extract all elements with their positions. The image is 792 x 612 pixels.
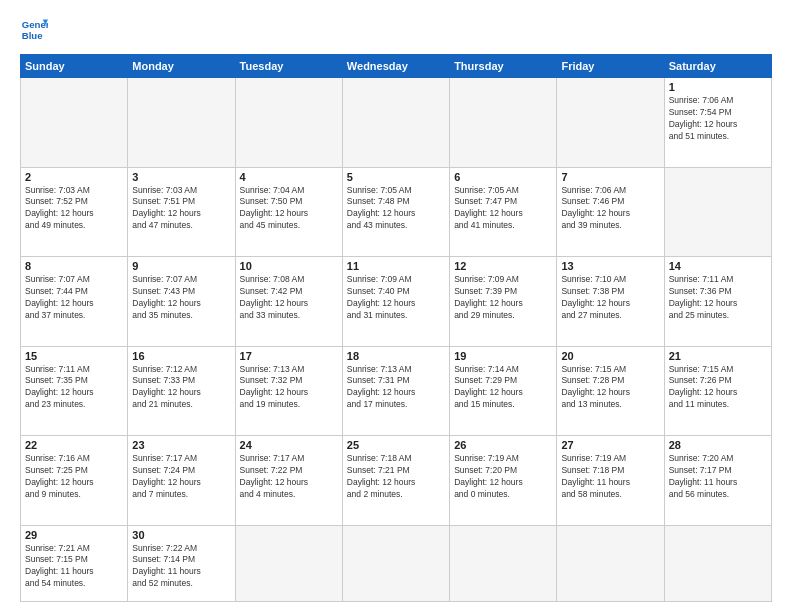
calendar-cell: 6Sunrise: 7:05 AM Sunset: 7:47 PM Daylig…	[450, 167, 557, 257]
day-detail: Sunrise: 7:06 AM Sunset: 7:54 PM Dayligh…	[669, 95, 767, 143]
day-number: 29	[25, 529, 123, 541]
day-detail: Sunrise: 7:13 AM Sunset: 7:31 PM Dayligh…	[347, 364, 445, 412]
day-detail: Sunrise: 7:11 AM Sunset: 7:35 PM Dayligh…	[25, 364, 123, 412]
day-number: 16	[132, 350, 230, 362]
calendar-cell: 22Sunrise: 7:16 AM Sunset: 7:25 PM Dayli…	[21, 436, 128, 526]
day-number: 11	[347, 260, 445, 272]
calendar-cell: 13Sunrise: 7:10 AM Sunset: 7:38 PM Dayli…	[557, 257, 664, 347]
calendar-header-row: SundayMondayTuesdayWednesdayThursdayFrid…	[21, 55, 772, 78]
day-detail: Sunrise: 7:03 AM Sunset: 7:52 PM Dayligh…	[25, 185, 123, 233]
calendar-cell	[557, 78, 664, 168]
calendar-cell	[450, 78, 557, 168]
header: General Blue	[20, 16, 772, 44]
calendar-cell: 25Sunrise: 7:18 AM Sunset: 7:21 PM Dayli…	[342, 436, 449, 526]
calendar-header-thursday: Thursday	[450, 55, 557, 78]
calendar-cell: 27Sunrise: 7:19 AM Sunset: 7:18 PM Dayli…	[557, 436, 664, 526]
day-number: 12	[454, 260, 552, 272]
day-number: 13	[561, 260, 659, 272]
svg-text:Blue: Blue	[22, 30, 43, 41]
day-number: 18	[347, 350, 445, 362]
calendar-cell: 21Sunrise: 7:15 AM Sunset: 7:26 PM Dayli…	[664, 346, 771, 436]
calendar-cell	[450, 525, 557, 601]
day-number: 7	[561, 171, 659, 183]
day-number: 21	[669, 350, 767, 362]
calendar-cell	[664, 525, 771, 601]
calendar-cell: 7Sunrise: 7:06 AM Sunset: 7:46 PM Daylig…	[557, 167, 664, 257]
day-detail: Sunrise: 7:10 AM Sunset: 7:38 PM Dayligh…	[561, 274, 659, 322]
day-detail: Sunrise: 7:05 AM Sunset: 7:48 PM Dayligh…	[347, 185, 445, 233]
day-number: 2	[25, 171, 123, 183]
day-detail: Sunrise: 7:06 AM Sunset: 7:46 PM Dayligh…	[561, 185, 659, 233]
calendar-cell	[128, 78, 235, 168]
day-number: 9	[132, 260, 230, 272]
day-detail: Sunrise: 7:08 AM Sunset: 7:42 PM Dayligh…	[240, 274, 338, 322]
calendar-week-row: 2Sunrise: 7:03 AM Sunset: 7:52 PM Daylig…	[21, 167, 772, 257]
day-detail: Sunrise: 7:15 AM Sunset: 7:28 PM Dayligh…	[561, 364, 659, 412]
day-number: 6	[454, 171, 552, 183]
calendar-cell: 14Sunrise: 7:11 AM Sunset: 7:36 PM Dayli…	[664, 257, 771, 347]
calendar-cell	[235, 78, 342, 168]
day-detail: Sunrise: 7:07 AM Sunset: 7:44 PM Dayligh…	[25, 274, 123, 322]
calendar-header-monday: Monday	[128, 55, 235, 78]
calendar-cell: 30Sunrise: 7:22 AM Sunset: 7:14 PM Dayli…	[128, 525, 235, 601]
calendar-header-tuesday: Tuesday	[235, 55, 342, 78]
calendar-cell: 19Sunrise: 7:14 AM Sunset: 7:29 PM Dayli…	[450, 346, 557, 436]
day-number: 14	[669, 260, 767, 272]
day-detail: Sunrise: 7:16 AM Sunset: 7:25 PM Dayligh…	[25, 453, 123, 501]
day-number: 26	[454, 439, 552, 451]
day-number: 30	[132, 529, 230, 541]
day-detail: Sunrise: 7:07 AM Sunset: 7:43 PM Dayligh…	[132, 274, 230, 322]
day-number: 24	[240, 439, 338, 451]
day-number: 4	[240, 171, 338, 183]
calendar-week-row: 29Sunrise: 7:21 AM Sunset: 7:15 PM Dayli…	[21, 525, 772, 601]
day-number: 20	[561, 350, 659, 362]
calendar-cell: 10Sunrise: 7:08 AM Sunset: 7:42 PM Dayli…	[235, 257, 342, 347]
calendar-cell	[342, 525, 449, 601]
day-number: 28	[669, 439, 767, 451]
calendar-week-row: 8Sunrise: 7:07 AM Sunset: 7:44 PM Daylig…	[21, 257, 772, 347]
calendar-cell: 15Sunrise: 7:11 AM Sunset: 7:35 PM Dayli…	[21, 346, 128, 436]
day-number: 8	[25, 260, 123, 272]
logo: General Blue	[20, 16, 48, 44]
day-detail: Sunrise: 7:21 AM Sunset: 7:15 PM Dayligh…	[25, 543, 123, 591]
day-number: 3	[132, 171, 230, 183]
calendar-cell: 16Sunrise: 7:12 AM Sunset: 7:33 PM Dayli…	[128, 346, 235, 436]
calendar-cell: 20Sunrise: 7:15 AM Sunset: 7:28 PM Dayli…	[557, 346, 664, 436]
day-detail: Sunrise: 7:12 AM Sunset: 7:33 PM Dayligh…	[132, 364, 230, 412]
day-detail: Sunrise: 7:03 AM Sunset: 7:51 PM Dayligh…	[132, 185, 230, 233]
calendar-cell	[21, 78, 128, 168]
day-detail: Sunrise: 7:09 AM Sunset: 7:40 PM Dayligh…	[347, 274, 445, 322]
calendar-cell: 3Sunrise: 7:03 AM Sunset: 7:51 PM Daylig…	[128, 167, 235, 257]
calendar-header-sunday: Sunday	[21, 55, 128, 78]
day-number: 1	[669, 81, 767, 93]
day-detail: Sunrise: 7:11 AM Sunset: 7:36 PM Dayligh…	[669, 274, 767, 322]
day-detail: Sunrise: 7:04 AM Sunset: 7:50 PM Dayligh…	[240, 185, 338, 233]
calendar-cell: 23Sunrise: 7:17 AM Sunset: 7:24 PM Dayli…	[128, 436, 235, 526]
day-detail: Sunrise: 7:20 AM Sunset: 7:17 PM Dayligh…	[669, 453, 767, 501]
calendar-table: SundayMondayTuesdayWednesdayThursdayFrid…	[20, 54, 772, 602]
day-number: 5	[347, 171, 445, 183]
calendar-cell: 4Sunrise: 7:04 AM Sunset: 7:50 PM Daylig…	[235, 167, 342, 257]
day-number: 27	[561, 439, 659, 451]
day-detail: Sunrise: 7:17 AM Sunset: 7:22 PM Dayligh…	[240, 453, 338, 501]
calendar-cell: 29Sunrise: 7:21 AM Sunset: 7:15 PM Dayli…	[21, 525, 128, 601]
calendar-cell: 5Sunrise: 7:05 AM Sunset: 7:48 PM Daylig…	[342, 167, 449, 257]
calendar-cell: 11Sunrise: 7:09 AM Sunset: 7:40 PM Dayli…	[342, 257, 449, 347]
calendar-cell	[664, 167, 771, 257]
calendar-cell: 12Sunrise: 7:09 AM Sunset: 7:39 PM Dayli…	[450, 257, 557, 347]
calendar-cell	[235, 525, 342, 601]
day-detail: Sunrise: 7:14 AM Sunset: 7:29 PM Dayligh…	[454, 364, 552, 412]
day-detail: Sunrise: 7:17 AM Sunset: 7:24 PM Dayligh…	[132, 453, 230, 501]
day-number: 23	[132, 439, 230, 451]
page: General Blue SundayMondayTuesdayWednesda…	[0, 0, 792, 612]
day-detail: Sunrise: 7:19 AM Sunset: 7:20 PM Dayligh…	[454, 453, 552, 501]
calendar-cell: 24Sunrise: 7:17 AM Sunset: 7:22 PM Dayli…	[235, 436, 342, 526]
day-detail: Sunrise: 7:22 AM Sunset: 7:14 PM Dayligh…	[132, 543, 230, 591]
calendar-cell: 2Sunrise: 7:03 AM Sunset: 7:52 PM Daylig…	[21, 167, 128, 257]
day-detail: Sunrise: 7:05 AM Sunset: 7:47 PM Dayligh…	[454, 185, 552, 233]
day-number: 15	[25, 350, 123, 362]
calendar-cell: 9Sunrise: 7:07 AM Sunset: 7:43 PM Daylig…	[128, 257, 235, 347]
day-detail: Sunrise: 7:19 AM Sunset: 7:18 PM Dayligh…	[561, 453, 659, 501]
calendar-cell: 26Sunrise: 7:19 AM Sunset: 7:20 PM Dayli…	[450, 436, 557, 526]
logo-icon: General Blue	[20, 16, 48, 44]
